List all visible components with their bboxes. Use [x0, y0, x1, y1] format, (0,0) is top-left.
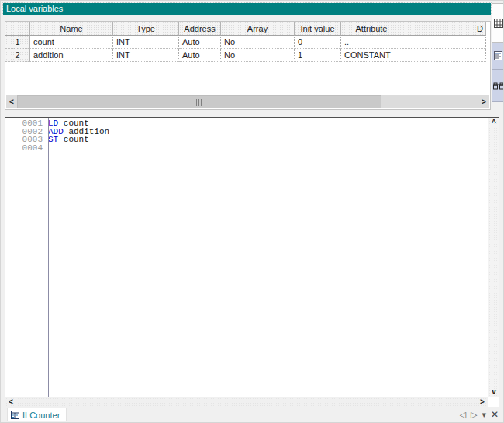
- table-header-row: Name Type Address Array Init value Attri…: [5, 22, 504, 36]
- tab-label[interactable]: ILCounter: [22, 411, 60, 420]
- code-area[interactable]: 0001LD count 0002ADD addition 0003ST cou…: [5, 118, 488, 397]
- cell-attribute[interactable]: ..: [341, 36, 402, 49]
- row-number[interactable]: 2: [5, 49, 30, 62]
- table-horizontal-scrollbar[interactable]: < >: [6, 95, 489, 108]
- scrollbar-thumb[interactable]: [17, 95, 381, 108]
- code-line[interactable]: 0003ST count: [5, 136, 488, 144]
- header-rownum: [5, 22, 30, 36]
- cell-type[interactable]: INT: [113, 49, 179, 62]
- panel-title: Local variables: [3, 3, 491, 15]
- line-number: 0003: [5, 136, 46, 144]
- local-variables-window: Local variables Name Type Address Array …: [0, 0, 504, 423]
- tab-ilcounter[interactable]: ILCounter: [7, 408, 67, 421]
- program-tab-icon: [11, 411, 19, 419]
- tab-navigation: ◁ ▷ ▾ ✕: [459, 408, 499, 421]
- cell-address[interactable]: Auto: [179, 36, 221, 49]
- line-number: 0001: [5, 119, 46, 128]
- cell-name[interactable]: addition: [30, 49, 113, 62]
- header-type[interactable]: Type: [113, 22, 179, 36]
- cell-attribute[interactable]: CONSTANT: [341, 49, 402, 62]
- next-tab-icon[interactable]: ▷: [471, 408, 477, 421]
- find-button[interactable]: [492, 70, 504, 102]
- scroll-up-icon[interactable]: ^: [488, 118, 499, 128]
- il-operand: count: [58, 135, 89, 144]
- scroll-left-icon[interactable]: <: [6, 95, 17, 108]
- cell-address[interactable]: Auto: [179, 49, 221, 62]
- document-tab-bar: ILCounter ◁ ▷ ▾ ✕: [1, 407, 503, 422]
- header-address[interactable]: Address: [179, 22, 221, 36]
- variables-table: Name Type Address Array Init value Attri…: [5, 22, 504, 62]
- document-view-icon: [494, 51, 502, 60]
- cell-init-value[interactable]: 0: [295, 36, 341, 49]
- il-code-editor[interactable]: 0001LD count 0002ADD addition 0003ST cou…: [5, 117, 499, 408]
- table-view-button[interactable]: [492, 3, 504, 43]
- cell-overflow[interactable]: [402, 49, 486, 62]
- cell-type[interactable]: INT: [113, 36, 179, 49]
- prev-tab-icon[interactable]: ◁: [459, 408, 465, 421]
- il-keyword: ST: [48, 135, 58, 144]
- tab-list-dropdown-icon[interactable]: ▾: [482, 408, 486, 421]
- cell-name[interactable]: count: [30, 36, 113, 49]
- cell-array[interactable]: No: [221, 49, 295, 62]
- side-toolbar: [492, 3, 504, 104]
- cell-array[interactable]: No: [221, 36, 295, 49]
- gutter-separator: [48, 118, 49, 397]
- document-view-button[interactable]: [492, 43, 504, 70]
- variables-table-panel: Name Type Address Array Init value Attri…: [5, 21, 491, 110]
- header-name[interactable]: Name: [30, 22, 113, 36]
- scroll-right-icon[interactable]: >: [478, 95, 489, 108]
- cell-overflow[interactable]: [402, 36, 486, 49]
- header-init-value[interactable]: Init value: [295, 22, 341, 36]
- cell-init-value[interactable]: 1: [295, 49, 341, 62]
- header-overflow[interactable]: D: [402, 22, 486, 36]
- header-attribute[interactable]: Attribute: [341, 22, 402, 36]
- code-line[interactable]: 0004: [5, 144, 488, 153]
- binoculars-icon: [493, 82, 504, 90]
- thumb-grip-icon: [196, 99, 202, 106]
- scroll-down-icon[interactable]: v: [488, 387, 499, 397]
- editor-vertical-scrollbar[interactable]: ^ v: [488, 118, 499, 397]
- row-number[interactable]: 1: [5, 36, 30, 49]
- table-row[interactable]: 2 addition INT Auto No 1 CONSTANT: [5, 49, 504, 62]
- close-tab-icon[interactable]: ✕: [491, 408, 499, 421]
- header-array[interactable]: Array: [221, 22, 295, 36]
- editor-horizontal-scrollbar[interactable]: < >: [5, 397, 488, 407]
- table-row[interactable]: 1 count INT Auto No 0 ..: [5, 36, 504, 49]
- table-view-icon: [494, 19, 503, 28]
- line-number: 0004: [5, 144, 46, 153]
